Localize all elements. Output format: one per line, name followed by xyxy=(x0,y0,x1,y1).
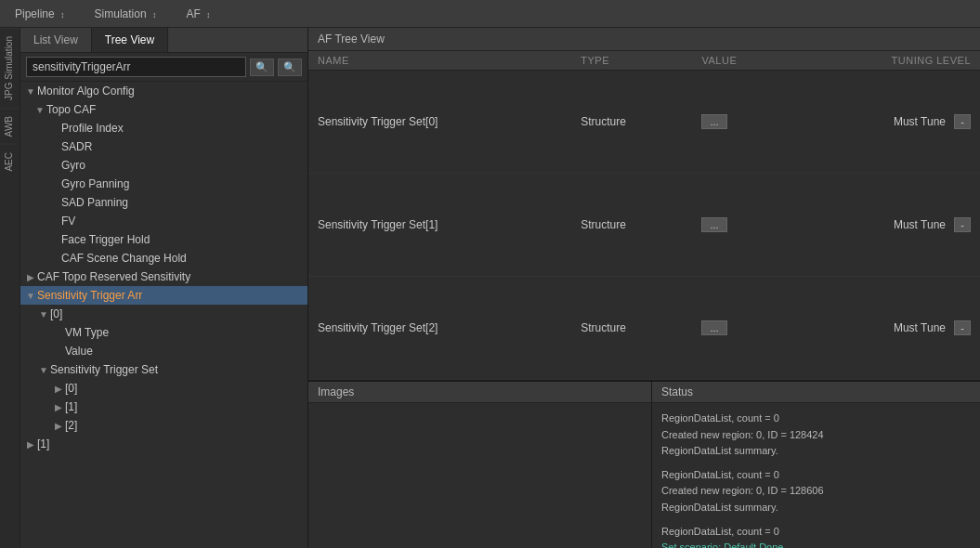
row2-value-button[interactable]: ... xyxy=(701,320,726,335)
expand-arrow xyxy=(48,124,61,134)
row1-name: Sensitivity Trigger Set[1] xyxy=(308,174,571,277)
col-type: TYPE xyxy=(571,51,692,71)
status-link[interactable]: Set scenario: Default Done xyxy=(661,541,783,548)
sidebar-labels: JPG Simulation AWB AEC xyxy=(0,28,20,548)
images-panel-title: Images xyxy=(308,382,651,403)
row1-value-button[interactable]: ... xyxy=(701,217,726,232)
af-arrow: ↕ xyxy=(206,10,211,20)
tree-gyro[interactable]: Gyro xyxy=(20,156,307,175)
tree-trigger-set-1[interactable]: ▶ [1] xyxy=(20,398,307,416)
tree-profile-index[interactable]: Profile Index xyxy=(20,119,307,137)
row0-value-cell: ... xyxy=(692,71,794,174)
col-tuning-level: TUNING LEVEL xyxy=(794,51,980,71)
af-tree-view-title: AF Tree View xyxy=(308,28,980,51)
tree-index-0[interactable]: ▼ [0] xyxy=(20,305,307,323)
af-data-table: NAME TYPE VALUE TUNING LEVEL Sensitivity… xyxy=(308,51,980,380)
expand-arrow: ▼ xyxy=(24,86,37,97)
expand-arrow: ▼ xyxy=(37,309,50,320)
status-content: RegionDataList, count = 0 Created new re… xyxy=(652,403,980,548)
top-nav: Pipeline ↕ Simulation ↕ AF ↕ xyxy=(0,0,980,28)
nav-af[interactable]: AF ↕ xyxy=(180,6,216,22)
tree-sensitivity-trigger-arr[interactable]: ▼ Sensitivity Trigger Arr xyxy=(20,286,307,305)
status-block-1: RegionDataList, count = 0 Created new re… xyxy=(661,411,971,460)
tree-caf-scene-change-hold[interactable]: CAF Scene Change Hold xyxy=(20,249,307,267)
tree-value[interactable]: Value xyxy=(20,342,307,360)
status-block-3: RegionDataList, count = 0 Set scenario: … xyxy=(661,524,971,548)
table-row: Sensitivity Trigger Set[2] Structure ...… xyxy=(308,277,980,380)
tree-index-1-top[interactable]: ▶ [1] xyxy=(20,435,307,453)
tree-sad-panning[interactable]: SAD Panning xyxy=(20,193,307,212)
status-panel: Status RegionDataList, count = 0 Created… xyxy=(652,382,980,548)
expand-arrow: ▶ xyxy=(52,402,65,412)
col-value: VALUE xyxy=(692,51,794,71)
row2-tuning-cell: Must Tune - xyxy=(794,277,980,380)
row2-tuning-label: Must Tune xyxy=(894,321,946,334)
row2-value-cell: ... xyxy=(692,277,794,380)
expand-arrow: ▼ xyxy=(24,291,37,301)
images-panel: Images xyxy=(308,382,652,548)
search-next-button[interactable]: 🔍 xyxy=(278,59,302,76)
row0-tuning-label: Must Tune xyxy=(894,115,946,128)
bottom-panels: Images Status RegionDataList, count = 0 … xyxy=(308,381,980,548)
tree-panel: ▼ Monitor Algo Config ▼ Topo CAF Profile… xyxy=(20,82,307,548)
main-content: JPG Simulation AWB AEC List View Tree Vi… xyxy=(0,28,980,548)
tree-trigger-set-0[interactable]: ▶ [0] xyxy=(20,379,307,398)
row1-tuning-cell: Must Tune - xyxy=(794,174,980,277)
nav-pipeline[interactable]: Pipeline ↕ xyxy=(9,6,71,22)
row0-type: Structure xyxy=(571,71,692,174)
table-row: Sensitivity Trigger Set[0] Structure ...… xyxy=(308,71,980,174)
tree-face-trigger-hold[interactable]: Face Trigger Hold xyxy=(20,230,307,249)
pipeline-arrow: ↕ xyxy=(60,10,65,20)
tree-gyro-panning[interactable]: Gyro Panning xyxy=(20,175,307,193)
expand-arrow: ▼ xyxy=(33,105,46,115)
row0-value-button[interactable]: ... xyxy=(701,114,726,129)
tab-list-view[interactable]: List View xyxy=(20,28,92,52)
status-panel-title: Status xyxy=(652,382,980,403)
tree-monitor-algo-config[interactable]: ▼ Monitor Algo Config xyxy=(20,82,307,100)
af-tree-view-panel: AF Tree View NAME TYPE VALUE TUNING LEVE… xyxy=(308,28,980,381)
row0-tuning-minus[interactable]: - xyxy=(954,114,971,129)
left-panel: List View Tree View 🔍 🔍 ▼ Monitor Algo C… xyxy=(20,28,308,548)
expand-arrow: ▶ xyxy=(52,384,65,394)
row1-type: Structure xyxy=(571,174,692,277)
expand-arrow: ▼ xyxy=(37,365,50,375)
row0-tuning-cell: Must Tune - xyxy=(794,71,980,174)
tree-sensitivity-trigger-set[interactable]: ▼ Sensitivity Trigger Set xyxy=(20,360,307,379)
row1-tuning-minus[interactable]: - xyxy=(954,217,971,232)
row2-type: Structure xyxy=(571,277,692,380)
expand-arrow: ▶ xyxy=(52,421,65,431)
right-panel: AF Tree View NAME TYPE VALUE TUNING LEVE… xyxy=(308,28,980,548)
search-bar: 🔍 🔍 xyxy=(20,53,307,82)
tree-topo-caf[interactable]: ▼ Topo CAF xyxy=(20,100,307,119)
simulation-arrow: ↕ xyxy=(152,10,157,20)
row1-tuning-label: Must Tune xyxy=(894,218,946,231)
tab-tree-view[interactable]: Tree View xyxy=(92,28,168,52)
sidebar-jpg-simulation[interactable]: JPG Simulation xyxy=(0,28,20,108)
tree-trigger-set-2[interactable]: ▶ [2] xyxy=(20,416,307,435)
status-block-2: RegionDataList, count = 0 Created new re… xyxy=(661,467,971,516)
nav-simulation[interactable]: Simulation ↕ xyxy=(89,6,163,22)
row2-name: Sensitivity Trigger Set[2] xyxy=(308,277,571,380)
row2-tuning-minus[interactable]: - xyxy=(954,320,971,335)
row1-value-cell: ... xyxy=(692,174,794,277)
tree-vm-type[interactable]: VM Type xyxy=(20,323,307,342)
view-tabs: List View Tree View xyxy=(20,28,307,53)
expand-arrow: ▶ xyxy=(24,439,37,450)
sidebar-aec[interactable]: AEC xyxy=(0,144,20,179)
table-row: Sensitivity Trigger Set[1] Structure ...… xyxy=(308,174,980,277)
row0-name: Sensitivity Trigger Set[0] xyxy=(308,71,571,174)
sidebar-awb[interactable]: AWB xyxy=(0,108,20,144)
col-name: NAME xyxy=(308,51,571,71)
tree-fv[interactable]: FV xyxy=(20,212,307,230)
tree-caf-topo-reserved-sensitivity[interactable]: ▶ CAF Topo Reserved Sensitivity xyxy=(20,267,307,286)
search-button[interactable]: 🔍 xyxy=(250,59,274,76)
tree-sadr[interactable]: SADR xyxy=(20,137,307,156)
search-input[interactable] xyxy=(26,57,246,77)
expand-arrow: ▶ xyxy=(24,272,37,282)
